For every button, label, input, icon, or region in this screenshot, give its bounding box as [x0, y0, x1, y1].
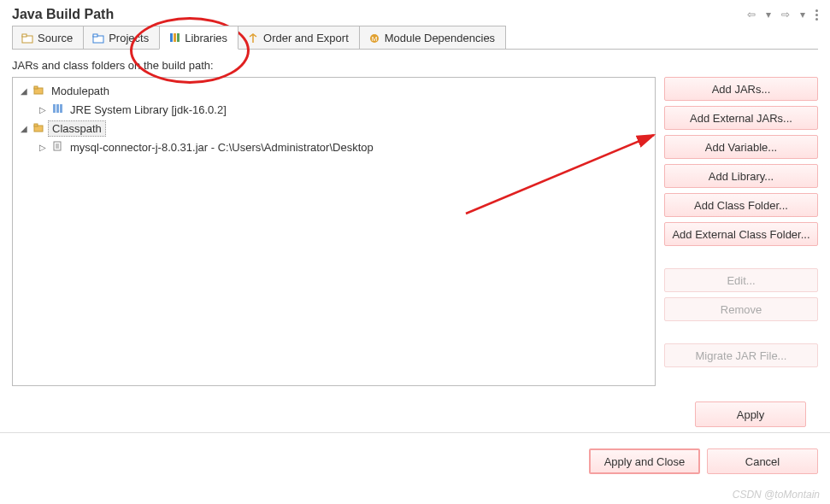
add-external-jars-button[interactable]: Add External JARs... — [664, 106, 818, 130]
tab-label: Order and Export — [263, 32, 349, 44]
remove-button: Remove — [664, 297, 818, 321]
svg-rect-3 — [93, 34, 97, 37]
build-path-tree[interactable]: ◢ Modulepath ▷ JRE System Library [jdk-1… — [12, 77, 656, 386]
description-label: JARs and class folders on the build path… — [12, 59, 818, 72]
tab-order-export[interactable]: Order and Export — [238, 26, 360, 50]
tab-source[interactable]: Source — [12, 26, 84, 50]
projects-folder-icon — [92, 32, 104, 44]
add-class-folder-button[interactable]: Add Class Folder... — [664, 193, 818, 217]
tab-libraries[interactable]: Libraries — [159, 26, 238, 50]
expand-toggle-icon[interactable]: ◢ — [18, 124, 29, 133]
expand-toggle-icon[interactable]: ▷ — [37, 105, 48, 114]
tree-label: Classpath — [48, 120, 106, 137]
svg-rect-1 — [22, 34, 26, 37]
apply-button[interactable]: Apply — [695, 401, 806, 427]
page-title: Java Build Path — [12, 7, 114, 22]
svg-rect-6 — [177, 33, 180, 42]
svg-text:M: M — [371, 35, 377, 43]
tree-label: mysql-connector-j-8.0.31.jar - C:\Users\… — [67, 140, 377, 155]
tab-projects[interactable]: Projects — [83, 26, 160, 50]
classpath-icon — [32, 121, 44, 136]
add-library-button[interactable]: Add Library... — [664, 164, 818, 188]
tree-node-jre[interactable]: ▷ JRE System Library [jdk-16.0.2] — [18, 100, 650, 119]
tree-label: JRE System Library [jdk-16.0.2] — [67, 103, 230, 117]
header-nav-icons: ⇦ ▾ ⇨ ▾ — [745, 9, 818, 21]
svg-rect-10 — [34, 86, 38, 89]
svg-rect-4 — [170, 33, 173, 42]
tab-module-dependencies[interactable]: M Module Dependencies — [359, 26, 506, 50]
svg-rect-11 — [53, 104, 56, 113]
tab-label: Module Dependencies — [385, 32, 495, 44]
add-variable-button[interactable]: Add Variable... — [664, 135, 818, 159]
source-folder-icon — [21, 32, 33, 44]
apply-and-close-button[interactable]: Apply and Close — [589, 448, 700, 474]
tree-node-classpath[interactable]: ◢ Classpath — [18, 119, 650, 138]
add-jars-button[interactable]: Add JARs... — [664, 77, 818, 101]
library-icon — [51, 103, 63, 117]
add-external-class-folder-button[interactable]: Add External Class Folder... — [664, 222, 818, 246]
libraries-icon — [168, 32, 180, 44]
back-icon[interactable]: ⇦ — [745, 9, 757, 21]
tree-node-jar[interactable]: ▷ mysql-connector-j-8.0.31.jar - C:\User… — [18, 138, 650, 156]
svg-rect-12 — [56, 104, 59, 113]
expand-toggle-icon[interactable]: ◢ — [18, 86, 29, 96]
forward-dropdown-icon[interactable]: ▾ — [797, 9, 809, 21]
tab-bar: Source Projects Libraries Order and Expo… — [0, 26, 830, 50]
expand-toggle-icon[interactable]: ▷ — [37, 143, 48, 152]
modulepath-icon — [32, 84, 44, 98]
forward-icon[interactable]: ⇨ — [780, 9, 792, 21]
order-export-icon — [247, 32, 259, 44]
jar-icon — [51, 140, 63, 155]
watermark-text: CSDN @toMontain — [733, 489, 820, 501]
side-button-column: Add JARs... Add External JARs... Add Var… — [664, 77, 818, 386]
tree-label: Modulepath — [48, 84, 113, 98]
edit-button: Edit... — [664, 268, 818, 292]
back-dropdown-icon[interactable]: ▾ — [762, 9, 774, 21]
module-deps-icon: M — [368, 32, 380, 44]
svg-rect-13 — [60, 104, 62, 113]
migrate-jar-button: Migrate JAR File... — [664, 343, 818, 367]
svg-rect-15 — [34, 124, 38, 126]
tree-node-modulepath[interactable]: ◢ Modulepath — [18, 81, 650, 100]
tab-label: Source — [38, 32, 73, 44]
tab-label: Libraries — [185, 32, 227, 44]
menu-icon[interactable] — [815, 9, 818, 21]
svg-rect-5 — [174, 33, 176, 42]
cancel-button[interactable]: Cancel — [707, 448, 818, 474]
tab-label: Projects — [109, 32, 149, 44]
